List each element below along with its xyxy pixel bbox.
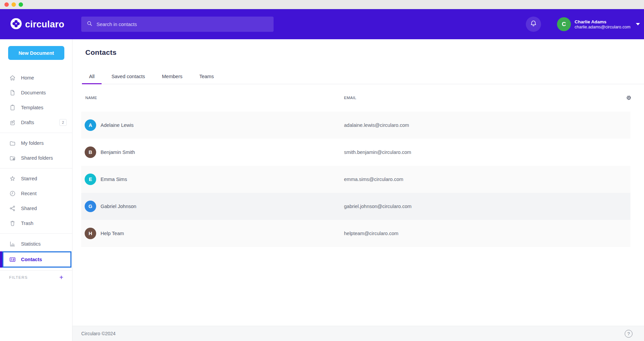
contact-name: Help Team bbox=[101, 231, 124, 236]
tab-teams[interactable]: Teams bbox=[192, 70, 221, 84]
sidebar-item-label: Statistics bbox=[21, 241, 41, 247]
tab-bar: All Saved contacts Members Teams bbox=[82, 70, 644, 84]
sidebar-item-label: Shared bbox=[21, 206, 37, 211]
search-input[interactable] bbox=[96, 22, 269, 27]
user-name: Charlie Adams bbox=[575, 19, 630, 25]
divider bbox=[0, 133, 72, 133]
contact-email: adalaine.lewis@circularo.com bbox=[344, 122, 409, 128]
contact-name: Benjamin Smith bbox=[101, 150, 135, 155]
new-document-button[interactable]: New Document bbox=[8, 46, 64, 60]
notifications-button[interactable] bbox=[526, 17, 541, 32]
statistics-icon bbox=[9, 241, 16, 247]
contact-row[interactable]: E Emma Sims emma.sims@circularo.com bbox=[81, 166, 630, 193]
gear-icon bbox=[626, 96, 632, 102]
contact-avatar: B bbox=[85, 146, 96, 158]
sidebar-item-label: Templates bbox=[21, 105, 43, 110]
column-settings-button[interactable] bbox=[626, 95, 632, 101]
sidebar-item-contacts-active: Contacts bbox=[0, 251, 72, 268]
sidebar-item-starred[interactable]: Starred bbox=[0, 171, 72, 186]
contact-email: smith.benjamin@circularo.com bbox=[344, 150, 411, 155]
table-header: NAME EMAIL bbox=[72, 93, 644, 102]
user-info: Charlie Adams charlie.adams@circularo.co… bbox=[575, 19, 630, 30]
user-menu[interactable]: C Charlie Adams charlie.adams@circularo.… bbox=[557, 17, 640, 31]
trash-icon bbox=[9, 220, 16, 227]
filters-section: FILTERS + bbox=[0, 272, 72, 283]
app-logo[interactable]: circularo bbox=[10, 18, 64, 30]
sidebar-item-contacts[interactable]: Contacts bbox=[0, 251, 72, 268]
app-logo-text: circularo bbox=[25, 19, 64, 29]
window-titlebar bbox=[0, 0, 644, 9]
folder-icon bbox=[9, 140, 16, 146]
sidebar-item-label: Shared folders bbox=[21, 155, 53, 161]
bell-icon bbox=[530, 20, 537, 29]
sidebar-item-shared[interactable]: Shared bbox=[0, 201, 72, 216]
column-header-name: NAME bbox=[85, 93, 97, 102]
app-header: circularo C Charlie Adams bbox=[0, 9, 644, 39]
contacts-icon bbox=[9, 256, 16, 263]
drafts-icon bbox=[9, 119, 16, 126]
sidebar-item-label: Contacts bbox=[21, 257, 42, 262]
contact-row[interactable]: G Gabriel Johnson gabriel.johnson@circul… bbox=[81, 193, 630, 220]
document-icon bbox=[9, 89, 16, 96]
contact-row[interactable]: A Adelaine Lewis adalaine.lewis@circular… bbox=[81, 112, 630, 139]
contact-avatar: A bbox=[85, 119, 96, 131]
contact-avatar: G bbox=[85, 201, 96, 212]
help-button[interactable]: ? bbox=[625, 330, 632, 338]
search-icon bbox=[86, 20, 93, 28]
contact-avatar: E bbox=[85, 174, 96, 185]
sidebar-item-templates[interactable]: Templates bbox=[0, 100, 72, 115]
add-filter-button[interactable]: + bbox=[59, 274, 63, 281]
contact-name: Emma Sims bbox=[101, 177, 127, 182]
question-mark-icon: ? bbox=[627, 331, 630, 336]
divider bbox=[0, 270, 72, 271]
sidebar-item-recent[interactable]: Recent bbox=[0, 186, 72, 201]
sidebar-item-label: Home bbox=[21, 75, 34, 81]
copyright-text: Circularo ©2024 bbox=[81, 331, 115, 336]
sidebar-item-label: Recent bbox=[21, 191, 37, 196]
window-close-button[interactable] bbox=[4, 2, 9, 7]
column-header-email: EMAIL bbox=[344, 93, 357, 102]
filters-label: FILTERS bbox=[9, 275, 28, 279]
sidebar-item-shared-folders[interactable]: Shared folders bbox=[0, 151, 72, 165]
contact-email: gabriel.johnson@circularo.com bbox=[344, 204, 411, 209]
star-icon bbox=[9, 175, 16, 182]
contact-email: helpteam@circularo.com bbox=[344, 231, 399, 236]
main-content: Contacts All Saved contacts Members Team… bbox=[72, 39, 644, 341]
drafts-count-badge: 2 bbox=[59, 119, 67, 126]
sidebar-item-my-folders[interactable]: My folders bbox=[0, 136, 72, 151]
contact-row[interactable]: H Help Team helpteam@circularo.com bbox=[81, 220, 630, 247]
sidebar-item-trash[interactable]: Trash bbox=[0, 216, 72, 231]
home-icon bbox=[9, 74, 16, 81]
tab-saved-contacts[interactable]: Saved contacts bbox=[104, 70, 152, 84]
sidebar: New Document Home bbox=[0, 39, 72, 341]
contact-name: Gabriel Johnson bbox=[101, 204, 136, 209]
user-email: charlie.adams@circularo.com bbox=[575, 25, 630, 30]
sidebar-item-statistics[interactable]: Statistics bbox=[0, 236, 72, 251]
sidebar-nav: Home Documents T bbox=[0, 60, 72, 271]
page-title: Contacts bbox=[85, 48, 116, 57]
sidebar-item-drafts[interactable]: Drafts 2 bbox=[0, 115, 72, 130]
clock-icon bbox=[9, 190, 16, 197]
app-window: circularo C Charlie Adams bbox=[0, 0, 644, 341]
window-minimize-button[interactable] bbox=[12, 2, 16, 7]
user-avatar: C bbox=[557, 17, 571, 31]
contact-avatar: H bbox=[85, 228, 96, 239]
footer: Circularo ©2024 ? bbox=[72, 326, 644, 341]
contact-email: emma.sims@circularo.com bbox=[344, 177, 403, 182]
contacts-list: A Adelaine Lewis adalaine.lewis@circular… bbox=[81, 112, 630, 247]
search-bar bbox=[81, 17, 274, 32]
template-icon bbox=[9, 104, 16, 111]
contact-row[interactable]: B Benjamin Smith smith.benjamin@circular… bbox=[81, 139, 630, 166]
divider bbox=[0, 168, 72, 168]
tab-members[interactable]: Members bbox=[155, 70, 189, 84]
share-icon bbox=[9, 205, 16, 212]
circularo-logo-icon bbox=[10, 18, 22, 30]
sidebar-item-home[interactable]: Home bbox=[0, 70, 72, 85]
tab-all[interactable]: All bbox=[82, 70, 102, 84]
contact-name: Adelaine Lewis bbox=[101, 122, 134, 128]
window-zoom-button[interactable] bbox=[19, 2, 23, 7]
sidebar-item-label: Documents bbox=[21, 90, 46, 95]
sidebar-item-documents[interactable]: Documents bbox=[0, 85, 72, 100]
chevron-down-icon bbox=[636, 23, 640, 25]
sidebar-item-label: Trash bbox=[21, 221, 34, 226]
